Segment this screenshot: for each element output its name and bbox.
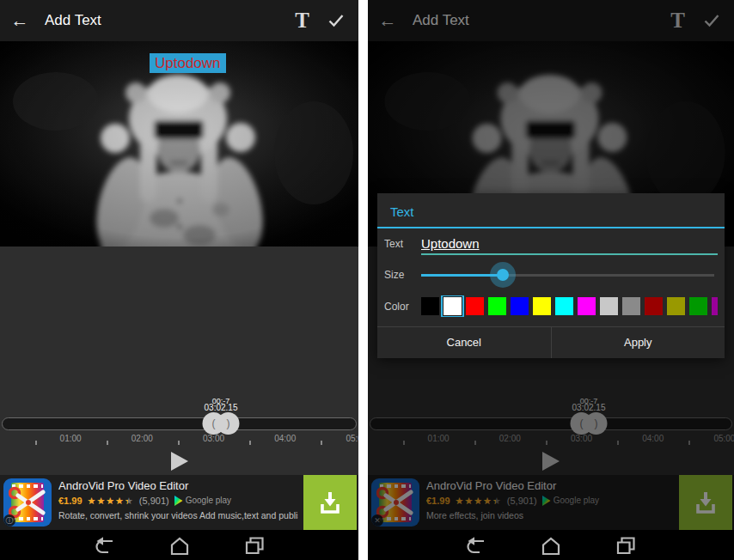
ad-price: €1.99 <box>58 496 83 506</box>
text-input[interactable]: Uptodown <box>421 236 480 251</box>
play-button[interactable] <box>171 452 188 471</box>
color-swatch-8[interactable] <box>600 297 618 315</box>
transport-row <box>0 447 358 475</box>
ad-title: AndroVid Pro Video Editor <box>58 479 298 492</box>
text-input-underline <box>421 253 718 255</box>
nav-home-icon[interactable] <box>538 534 564 557</box>
app-bar: ← Add Text T <box>0 0 358 41</box>
nav-back-icon[interactable] <box>463 534 489 557</box>
screenshot-left: ← Add Text T Uptodown 00:-7 03:02.15 ( )… <box>0 0 358 560</box>
ruler-time-label: 02:00 <box>132 434 153 443</box>
ad-content: AndroVid Pro Video Editor €1.99 ★★★★★★★★… <box>58 479 298 520</box>
timeline-range-thumb[interactable]: ( ) <box>203 412 240 435</box>
ad-install-button[interactable] <box>303 475 357 530</box>
nav-home-icon[interactable] <box>167 534 193 557</box>
dialog-title: Text <box>377 193 725 227</box>
color-swatch-10[interactable] <box>645 297 663 315</box>
nav-recents-icon[interactable] <box>242 534 267 557</box>
playhead-timestamps: 00:-7 03:02.15 <box>205 398 238 411</box>
ad-banner[interactable]: ⓘ AndroVid Pro Video Editor €1.99 ★★★★★★… <box>0 475 358 530</box>
confirm-check-icon[interactable] <box>322 13 358 28</box>
back-arrow-icon[interactable]: ← <box>0 10 40 31</box>
video-text-overlay[interactable]: Uptodown <box>150 53 226 73</box>
play-store-icon <box>174 496 183 506</box>
nav-recents-icon[interactable] <box>613 534 639 557</box>
timestamp-bottom: 03:02.15 <box>205 404 238 411</box>
color-swatch-13[interactable] <box>712 297 718 315</box>
size-label: Size <box>384 269 417 281</box>
size-slider-thumb[interactable] <box>497 269 509 281</box>
google-play-badge: Google play <box>174 496 231 506</box>
color-swatches <box>421 295 718 317</box>
size-slider[interactable] <box>421 265 714 284</box>
rating-stars-icon: ★★★★★★★★★★ <box>88 496 134 506</box>
color-swatch-2[interactable] <box>466 297 484 315</box>
cancel-button[interactable]: Cancel <box>377 327 551 358</box>
range-end-handle[interactable]: ) <box>217 412 240 435</box>
ad-info-icon[interactable]: ⓘ <box>3 514 15 527</box>
ruler-time-label: 01:00 <box>60 434 82 443</box>
color-swatch-5[interactable] <box>533 297 551 315</box>
color-swatch-12[interactable] <box>689 297 707 315</box>
timeline-ruler: 01:0002:0003:0004:0005:00 <box>0 433 358 447</box>
ruler-minor-tick <box>249 441 251 445</box>
ruler-minor-tick <box>107 441 108 445</box>
text-dialog: Text Text Uptodown Size Color Cancel App… <box>377 193 725 358</box>
android-navbar <box>368 530 734 560</box>
ruler-minor-tick <box>35 441 37 445</box>
ruler-minor-tick <box>178 441 180 445</box>
ruler-time-label: 05:00 <box>346 434 358 443</box>
dialog-title-divider <box>377 227 725 228</box>
color-swatch-1[interactable] <box>443 297 462 315</box>
color-swatch-7[interactable] <box>578 297 596 315</box>
ruler-minor-tick <box>321 441 322 445</box>
text-tool-icon[interactable]: T <box>282 9 322 33</box>
rating-count: (5,901) <box>139 496 169 506</box>
nav-back-icon[interactable] <box>92 534 118 557</box>
color-swatch-11[interactable] <box>667 297 685 315</box>
android-navbar <box>0 530 358 560</box>
androvid-app-icon: ⓘ <box>3 478 52 527</box>
color-swatch-3[interactable] <box>488 297 506 315</box>
ruler-time-label: 03:00 <box>203 434 224 443</box>
timeline-track[interactable] <box>2 417 357 430</box>
color-swatch-4[interactable] <box>511 297 529 315</box>
ad-description: Rotate, convert, shrink your videos Add … <box>58 510 298 520</box>
color-swatch-0[interactable] <box>421 297 439 315</box>
color-label: Color <box>384 301 417 313</box>
download-icon <box>317 490 343 515</box>
color-swatch-9[interactable] <box>622 297 640 315</box>
scissors-icon <box>9 485 46 520</box>
dialog-buttons: Cancel Apply <box>377 326 725 358</box>
ruler-time-label: 04:00 <box>274 434 296 443</box>
screenshot-right: ← Add Text T 00:-7 03:02.15 ( ) 01:0002:… <box>368 0 734 560</box>
page-title: Add Text <box>45 12 282 29</box>
apply-button[interactable]: Apply <box>551 327 725 358</box>
text-field-label: Text <box>384 238 417 250</box>
color-swatch-6[interactable] <box>555 297 573 315</box>
